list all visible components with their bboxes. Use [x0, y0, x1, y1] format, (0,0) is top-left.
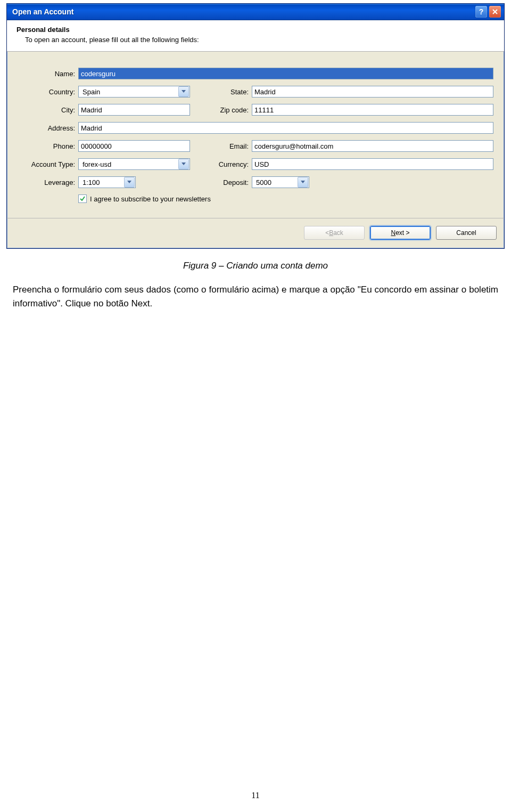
- close-button[interactable]: [489, 6, 501, 18]
- deposit-value: 5000: [254, 178, 271, 186]
- body-paragraph: Preencha o formulário com seus dados (co…: [13, 283, 498, 311]
- city-input[interactable]: [78, 104, 190, 116]
- phone-label: Phone:: [18, 142, 78, 150]
- dialog-window: Open an Account ? Personal details To op…: [6, 3, 505, 249]
- currency-input[interactable]: [252, 158, 493, 170]
- page-number: 11: [0, 791, 511, 800]
- titlebar[interactable]: Open an Account ?: [7, 4, 504, 20]
- zip-input[interactable]: [252, 104, 493, 116]
- leverage-label: Leverage:: [18, 178, 78, 186]
- check-icon: [79, 196, 86, 202]
- chevron-down-icon: [178, 159, 189, 169]
- chevron-down-icon: [298, 177, 308, 188]
- name-input[interactable]: [78, 68, 493, 79]
- state-input[interactable]: [252, 86, 493, 98]
- country-value: Spain: [81, 88, 100, 96]
- leverage-value: 1:100: [81, 178, 100, 186]
- city-label: City:: [18, 106, 78, 114]
- help-icon: ?: [479, 7, 484, 16]
- dialog-footer: < Back Next > Cancel: [7, 218, 504, 248]
- account-type-select[interactable]: forex-usd: [78, 158, 190, 170]
- email-label: Email:: [205, 142, 252, 150]
- newsletter-label: I agree to subscribe to your newsletters: [90, 195, 211, 203]
- deposit-select[interactable]: 5000: [252, 176, 309, 188]
- close-icon: [492, 7, 498, 16]
- figure-caption: Figura 9 – Criando uma conta demo: [0, 261, 511, 271]
- email-input[interactable]: [252, 140, 493, 152]
- address-input[interactable]: [78, 122, 493, 134]
- state-label: State:: [205, 88, 252, 96]
- chevron-down-icon: [124, 177, 135, 188]
- form-area: Name: Country: Spain State: City: Zip co…: [7, 52, 504, 218]
- leverage-select[interactable]: 1:100: [78, 176, 136, 188]
- header-panel: Personal details To open an account, ple…: [7, 20, 504, 52]
- address-label: Address:: [18, 124, 78, 132]
- back-button: < Back: [304, 226, 365, 240]
- currency-label: Currency:: [205, 160, 252, 168]
- zip-label: Zip code:: [205, 106, 252, 114]
- newsletter-checkbox[interactable]: [78, 194, 87, 203]
- name-label: Name:: [18, 70, 78, 78]
- section-subtitle: To open an account, please fill out all …: [25, 36, 494, 44]
- chevron-down-icon: [178, 86, 189, 97]
- account-type-value: forex-usd: [81, 160, 111, 168]
- help-button[interactable]: ?: [475, 6, 487, 18]
- section-title: Personal details: [17, 26, 494, 34]
- country-select[interactable]: Spain: [78, 86, 190, 98]
- deposit-label: Deposit:: [205, 178, 252, 186]
- cancel-button[interactable]: Cancel: [436, 226, 497, 240]
- window-title: Open an Account: [12, 7, 475, 16]
- country-label: Country:: [18, 88, 78, 96]
- phone-input[interactable]: [78, 140, 190, 152]
- account-type-label: Account Type:: [18, 160, 78, 168]
- next-button[interactable]: Next >: [370, 226, 431, 240]
